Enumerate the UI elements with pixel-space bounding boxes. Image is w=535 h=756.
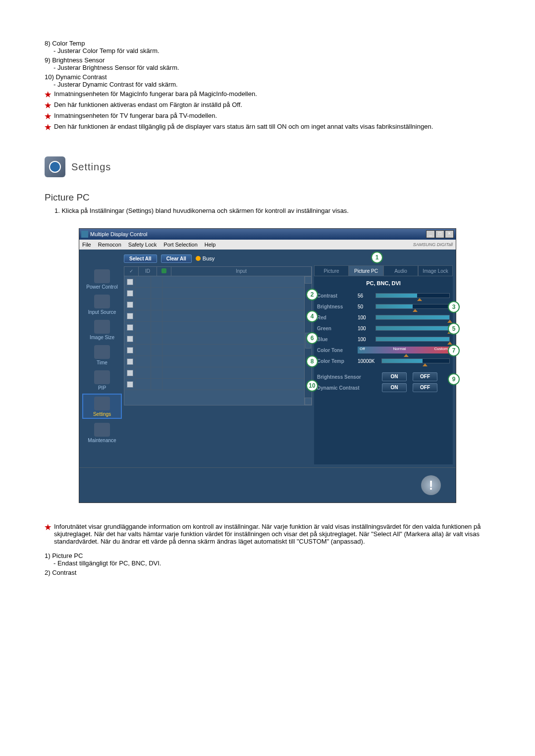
table-row[interactable] [124, 356, 312, 367]
grid-area: Select All Clear All Busy ✓ ID Input [124, 252, 312, 464]
maintenance-icon [94, 423, 110, 437]
row-checkbox[interactable] [127, 290, 133, 297]
star-icon: ★ [45, 112, 51, 121]
color-tone-slider[interactable]: Off Normal Custom [358, 347, 450, 353]
grid-rows [124, 276, 312, 405]
item-1: 1) Picture PC - Endast tillgängligt för … [45, 552, 490, 567]
star-icon: ★ [45, 90, 51, 99]
settings-cube-icon [45, 156, 65, 177]
row-checkbox[interactable] [127, 358, 133, 365]
pip-icon [94, 370, 110, 384]
app-window: Multiple Display Control _ □ × File Remo… [79, 228, 456, 503]
clear-all-button[interactable]: Clear All [161, 254, 192, 263]
col-id: ID [139, 267, 157, 276]
menu-help[interactable]: Help [205, 242, 216, 248]
body-star-note: ★ Inforutnätet visar grundläggande infor… [45, 523, 490, 545]
image-size-icon [94, 320, 110, 334]
row-checkbox[interactable] [127, 370, 133, 376]
sidebar-item-time[interactable]: Time [82, 343, 122, 366]
brightness-sensor-off[interactable]: OFF [413, 372, 437, 381]
callout-6: 6 [306, 332, 318, 344]
star-note: ★ Inmatningsenheten för MagicInfo funger… [45, 90, 490, 99]
star-note: ★ Inmatningsenheten för TV fungerar bara… [45, 112, 490, 121]
close-button[interactable]: × [445, 230, 454, 238]
section-title: Settings [71, 161, 111, 173]
top-numbered-list: 8) Color Temp - Justerar Color Temp för … [45, 40, 490, 88]
scroll-up-icon[interactable] [305, 276, 312, 284]
row-checkbox[interactable] [127, 347, 133, 353]
bottom-numbered-list: 1) Picture PC - Endast tillgängligt för … [45, 552, 490, 576]
sidebar-item-settings[interactable]: Settings [82, 394, 122, 419]
menu-safety-lock[interactable]: Safety Lock [128, 242, 157, 248]
minimize-button[interactable]: _ [426, 230, 435, 238]
brightness-sensor-on[interactable]: ON [382, 372, 407, 381]
maximize-button[interactable]: □ [435, 230, 444, 238]
table-row[interactable] [124, 276, 312, 288]
star-icon: ★ [45, 123, 51, 132]
star-note: ★ Den här funktionen aktiveras endast om… [45, 101, 490, 110]
callout-1: 1 [371, 252, 383, 263]
contrast-row: Contrast 56 [317, 290, 450, 301]
color-tone-row: Color Tone Off Normal Custom [317, 345, 450, 355]
table-row[interactable] [124, 379, 312, 390]
brightness-sensor-row: Brightness Sensor ON OFF [317, 371, 450, 382]
row-checkbox[interactable] [127, 302, 133, 308]
tab-audio[interactable]: Audio [383, 265, 418, 276]
info-icon: ! [421, 475, 441, 495]
star-icon: ★ [45, 523, 51, 532]
row-checkbox[interactable] [127, 381, 133, 388]
sidebar-item-input-source[interactable]: Input Source [82, 293, 122, 316]
scroll-down-icon[interactable] [305, 398, 312, 405]
row-checkbox[interactable] [127, 336, 133, 342]
row-checkbox[interactable] [127, 279, 133, 285]
menubar: File Remocon Safety Lock Port Selection … [79, 240, 456, 250]
panel-content: PC, BNC, DVI Contrast 56 Brightness 50 R… [314, 276, 453, 464]
dynamic-contrast-off[interactable]: OFF [413, 383, 437, 392]
sidebar-item-power-control[interactable]: Power Control [82, 267, 122, 291]
tab-picture[interactable]: Picture [314, 265, 349, 276]
table-row[interactable] [124, 333, 312, 345]
brightness-slider[interactable] [375, 304, 450, 309]
callout-10: 10 [306, 380, 318, 392]
green-slider[interactable] [375, 326, 450, 331]
callout-8: 8 [306, 355, 318, 367]
app-icon [81, 231, 88, 238]
busy-indicator: Busy [196, 255, 214, 261]
contrast-slider[interactable] [375, 293, 450, 298]
row-checkbox[interactable] [127, 324, 133, 331]
status-dot-icon [161, 268, 166, 273]
sidebar-item-image-size[interactable]: Image Size [82, 318, 122, 341]
menu-remocon[interactable]: Remocon [98, 242, 121, 248]
tabs: Picture Picture PC Audio Image Lock [314, 265, 453, 276]
menu-port-selection[interactable]: Port Selection [163, 242, 197, 248]
time-icon [94, 345, 110, 359]
table-row[interactable] [124, 310, 312, 322]
table-row[interactable] [124, 288, 312, 299]
toolbar: Select All Clear All Busy [124, 252, 312, 264]
section-header: Settings [45, 156, 490, 177]
color-temp-slider[interactable] [381, 358, 450, 363]
table-row[interactable] [124, 345, 312, 356]
callout-3: 3 [448, 301, 460, 313]
sidebar-item-maintenance[interactable]: Maintenance [82, 421, 122, 444]
callout-9: 9 [448, 373, 460, 385]
brightness-row: Brightness 50 [317, 301, 450, 312]
sidebar-item-pip[interactable]: PIP [82, 368, 122, 392]
table-row[interactable] [124, 367, 312, 379]
tab-image-lock[interactable]: Image Lock [418, 265, 453, 276]
display-grid: ✓ ID Input [124, 266, 312, 405]
menu-file[interactable]: File [82, 242, 91, 248]
dynamic-contrast-on[interactable]: ON [382, 383, 407, 392]
right-panel: 1 Picture Picture PC Audio Image Lock PC… [314, 252, 453, 464]
tab-picture-pc[interactable]: Picture PC [349, 265, 383, 276]
callout-5: 5 [448, 323, 460, 335]
red-slider[interactable] [375, 315, 450, 320]
table-row[interactable] [124, 322, 312, 333]
window-title: Multiple Display Control [90, 231, 148, 237]
row-checkbox[interactable] [127, 313, 133, 319]
blue-slider[interactable] [375, 337, 450, 342]
table-row[interactable] [124, 299, 312, 310]
blue-row: Blue 100 [317, 334, 450, 345]
col-status [157, 267, 171, 276]
select-all-button[interactable]: Select All [124, 254, 157, 263]
